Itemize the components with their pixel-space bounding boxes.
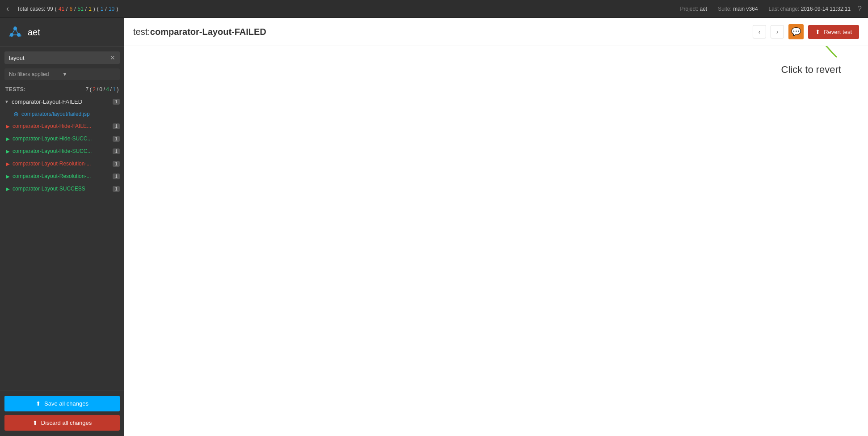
filter-label: No filters applied xyxy=(9,71,62,77)
cases-info: Total cases: 99 ( 41 / 6 / 51 / 1 ) ( 1 … xyxy=(17,6,680,12)
content-area: test:comparator-Layout-FAILED ‹ › 💬 ⬆ Re… xyxy=(124,18,868,436)
item-badge-7: 1 xyxy=(113,186,120,192)
annotation-arrow-svg xyxy=(810,46,846,62)
svg-point-8 xyxy=(20,35,21,37)
tree-subitem-1[interactable]: ⊕ comparators/layout/failed.jsp xyxy=(0,108,124,120)
tree-item-3[interactable]: ▶ comparator-Layout-Hide-SUCC... 1 xyxy=(0,132,124,145)
svg-line-3 xyxy=(12,29,15,35)
chevron-right-icon: ▶ xyxy=(6,186,10,191)
tree-item-4[interactable]: ▶ comparator-Layout-Hide-SUCC... 1 xyxy=(0,145,124,157)
next-button[interactable]: › xyxy=(771,25,784,38)
suite-info: Suite: main v364 xyxy=(718,6,758,12)
item-badge-3: 1 xyxy=(113,136,120,142)
back-button[interactable]: ‹ xyxy=(6,4,9,13)
annotation-text: Click to revert xyxy=(781,64,841,76)
revert-test-button[interactable]: ⬆ Revert test xyxy=(808,25,859,39)
item-name-2: comparator-Layout-Hide-FAILE... xyxy=(13,123,113,129)
discard-label: Discard all changes xyxy=(41,419,92,426)
logo-icon xyxy=(7,24,23,40)
cases-blue1: 1 xyxy=(101,6,104,12)
chevron-right-icon: ▶ xyxy=(6,174,10,179)
test-title-suffix: comparator-Layout-FAILED xyxy=(150,27,266,37)
content-body: Click to revert xyxy=(124,46,868,436)
revert-icon: ⬆ xyxy=(815,29,820,35)
item-name-5: comparator-Layout-Resolution-... xyxy=(13,161,113,167)
item-badge-2: 1 xyxy=(113,123,120,129)
logo-text: aet xyxy=(28,27,40,38)
sidebar-bottom: ⬆ Save all changes ⬆ Discard all changes xyxy=(0,390,124,436)
cases-label: Total cases: xyxy=(17,6,45,12)
save-icon: ⬆ xyxy=(36,400,41,407)
tree-item-5[interactable]: ▶ comparator-Layout-Resolution-... 1 xyxy=(0,157,124,170)
chevron-down-icon: ▼ xyxy=(4,99,9,104)
tree-item-6[interactable]: ▶ comparator-Layout-Resolution-... 1 xyxy=(0,170,124,182)
item-badge-5: 1 xyxy=(113,161,120,167)
header-controls: ‹ › 💬 ⬆ Revert test xyxy=(753,24,859,39)
discard-all-button[interactable]: ⬆ Discard all changes xyxy=(4,415,120,431)
cases-green: 51 xyxy=(77,6,83,12)
item-name-3: comparator-Layout-Hide-SUCC... xyxy=(13,135,113,142)
group-name-1: comparator-Layout-FAILED xyxy=(12,98,113,105)
tests-header: TESTS: 7 ( 2 / 0 / 4 / 1 ) xyxy=(0,84,124,95)
test-title: test:comparator-Layout-FAILED xyxy=(133,27,753,37)
save-label: Save all changes xyxy=(44,400,88,407)
sidebar-filter[interactable]: No filters applied ▼ xyxy=(4,68,120,80)
help-icon[interactable]: ? xyxy=(858,5,862,13)
discard-icon: ⬆ xyxy=(33,419,38,426)
item-badge-4: 1 xyxy=(113,148,120,154)
last-change-info: Last change: 2016-09-14 11:32:11 xyxy=(769,6,851,12)
tests-count: 7 ( 2 / 0 / 4 / 1 ) xyxy=(86,86,119,93)
main-layout: aet ✕ No filters applied ▼ TESTS: 7 ( 2 … xyxy=(0,18,868,436)
sidebar: aet ✕ No filters applied ▼ TESTS: 7 ( 2 … xyxy=(0,18,124,436)
item-name-7: comparator-Layout-SUCCESS xyxy=(13,186,113,192)
clear-icon[interactable]: ✕ xyxy=(110,54,115,61)
sidebar-logo: aet xyxy=(0,18,124,47)
cases-red: 41 xyxy=(59,6,64,12)
content-header: test:comparator-Layout-FAILED ‹ › 💬 ⬆ Re… xyxy=(124,18,868,46)
comment-button[interactable]: 💬 xyxy=(788,24,804,39)
cases-total: 99 xyxy=(47,6,53,12)
save-all-button[interactable]: ⬆ Save all changes xyxy=(4,396,120,411)
sidebar-search[interactable]: ✕ xyxy=(4,51,120,64)
chevron-right-icon: ▶ xyxy=(6,124,10,129)
top-bar: ‹ Total cases: 99 ( 41 / 6 / 51 / 1 ) ( … xyxy=(0,0,868,18)
chevron-right-icon: ▶ xyxy=(6,136,10,141)
cases-orange: 6 xyxy=(69,6,72,12)
link-icon: ⊕ xyxy=(13,110,19,118)
chevron-right-icon: ▶ xyxy=(6,149,10,154)
item-name-6: comparator-Layout-Resolution-... xyxy=(13,173,113,179)
revert-label: Revert test xyxy=(824,29,852,35)
meta-info: Project: aet Suite: main v364 Last chang… xyxy=(680,6,851,12)
chevron-right-icon: ▶ xyxy=(6,161,10,166)
click-to-revert-annotation: Click to revert xyxy=(781,59,841,76)
item-badge-6: 1 xyxy=(113,174,120,179)
comment-icon: 💬 xyxy=(791,27,801,37)
search-input[interactable] xyxy=(9,55,110,61)
tree-item-2[interactable]: ▶ comparator-Layout-Hide-FAILE... 1 xyxy=(0,120,124,132)
group-badge-1: 1 xyxy=(113,99,120,105)
tree-item-7[interactable]: ▶ comparator-Layout-SUCCESS 1 xyxy=(0,182,124,195)
tree-group-1: ▼ comparator-Layout-FAILED 1 ⊕ comparato… xyxy=(0,95,124,120)
svg-point-6 xyxy=(14,26,16,28)
project-info: Project: aet xyxy=(680,6,707,12)
prev-button[interactable]: ‹ xyxy=(753,25,766,38)
cases-blue2: 10 xyxy=(109,6,114,12)
svg-point-7 xyxy=(9,35,11,37)
test-title-prefix: test: xyxy=(133,27,150,37)
tests-label: TESTS: xyxy=(5,86,26,93)
chevron-down-icon: ▼ xyxy=(62,71,115,77)
cases-yellow1: 1 xyxy=(88,6,92,12)
sidebar-tree: ▼ comparator-Layout-FAILED 1 ⊕ comparato… xyxy=(0,95,124,390)
tree-group-header-1[interactable]: ▼ comparator-Layout-FAILED 1 xyxy=(0,95,124,108)
subitem-label-1: comparators/layout/failed.jsp xyxy=(21,111,90,117)
svg-line-4 xyxy=(15,29,19,35)
item-name-4: comparator-Layout-Hide-SUCC... xyxy=(13,148,113,154)
